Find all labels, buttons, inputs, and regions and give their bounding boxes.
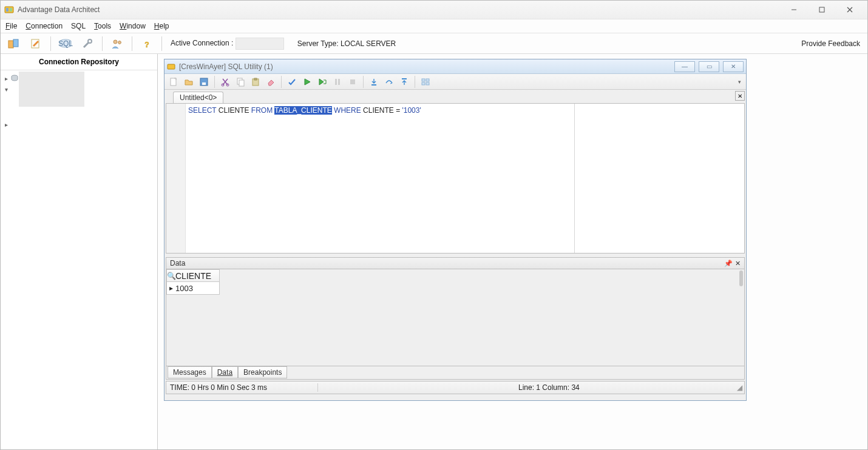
svg-rect-2: [10, 8, 12, 12]
toolbar-users-icon[interactable]: [107, 35, 127, 52]
active-connection-value[interactable]: [236, 38, 284, 50]
svg-rect-1: [6, 8, 8, 12]
database-icon: [10, 74, 19, 82]
svg-point-14: [118, 41, 121, 44]
stop-icon[interactable]: [346, 75, 359, 89]
options-icon[interactable]: [419, 75, 432, 89]
server-type-label: Server Type: LOCAL SERVER: [297, 39, 396, 48]
svg-rect-26: [254, 78, 257, 80]
row-pointer-icon: ▸: [167, 284, 175, 292]
toolbar-edit-icon[interactable]: [26, 35, 46, 52]
svg-rect-31: [402, 78, 407, 79]
result-row[interactable]: ▸ 1003: [167, 282, 219, 294]
step-out-icon[interactable]: [398, 75, 411, 89]
child-minimize-button[interactable]: —: [674, 61, 695, 72]
editor-tab-untitled[interactable]: Untitled<0>: [173, 92, 223, 103]
editor-tab-strip: Untitled<0> ✕: [164, 90, 746, 103]
menu-window[interactable]: Window: [120, 22, 146, 30]
search-icon[interactable]: 🔍: [167, 272, 175, 280]
svg-rect-27: [335, 79, 337, 85]
open-file-icon[interactable]: [182, 75, 195, 89]
menubar: File Connection SQL Tools Window Help: [1, 19, 867, 33]
maximize-button[interactable]: [808, 1, 836, 19]
app-title: Advantage Data Architect: [18, 5, 100, 14]
data-panel-title: Data: [170, 259, 185, 267]
save-icon[interactable]: [197, 75, 211, 89]
tab-breakpoints[interactable]: Breakpoints: [238, 366, 287, 378]
tab-close-button[interactable]: ✕: [735, 91, 745, 101]
erase-icon[interactable]: [264, 75, 277, 89]
resize-grip-icon[interactable]: ◢: [734, 383, 744, 392]
svg-rect-32: [422, 79, 425, 81]
run-step-icon[interactable]: [316, 75, 329, 89]
svg-rect-20: [202, 82, 206, 85]
tree-selection-area[interactable]: [19, 72, 84, 107]
connection-tree: ▸ ADTDemoData ▾ ▸: [1, 70, 157, 132]
sql-utility-window: [CresWinAyer] SQL Utility (1) — ▭ ✕: [164, 59, 747, 401]
toolbar-sql-icon[interactable]: SQL: [56, 35, 75, 52]
result-column-header[interactable]: 🔍 CLIENTE: [167, 270, 219, 282]
new-file-icon[interactable]: [167, 75, 180, 89]
selected-text: TABLA_CLIENTE: [274, 106, 331, 115]
toolbar-overflow-icon[interactable]: ▾: [738, 79, 744, 85]
editor-margin-line: [574, 104, 575, 253]
svg-rect-30: [371, 84, 376, 86]
svg-point-13: [114, 40, 117, 44]
check-syntax-icon[interactable]: [285, 75, 299, 89]
svg-rect-17: [168, 64, 175, 69]
data-scrollbar[interactable]: [739, 270, 743, 286]
svg-rect-4: [819, 7, 824, 12]
pin-icon[interactable]: 📌: [724, 260, 733, 267]
tab-data[interactable]: Data: [212, 366, 238, 378]
child-titlebar: [CresWinAyer] SQL Utility (1) — ▭ ✕: [164, 59, 746, 74]
svg-rect-35: [426, 82, 429, 85]
result-grid[interactable]: 🔍 CLIENTE ▸ 1003: [166, 269, 220, 295]
svg-point-12: [88, 39, 92, 43]
svg-text:?: ?: [144, 41, 149, 49]
bottom-tab-strip: Messages Data Breakpoints: [166, 366, 745, 380]
paste-icon[interactable]: [249, 75, 262, 89]
sql-editor[interactable]: SELECT CLIENTE FROM TABLA_CLIENTE WHERE …: [166, 103, 745, 254]
menu-connection[interactable]: Connection: [25, 22, 63, 30]
chevron-down-icon[interactable]: ▾: [3, 86, 9, 93]
menu-tools[interactable]: Tools: [94, 22, 111, 30]
step-over-icon[interactable]: [382, 75, 396, 89]
copy-icon[interactable]: [234, 75, 247, 89]
svg-rect-33: [426, 79, 429, 81]
data-panel-header: Data 📌 ✕: [166, 257, 745, 269]
tab-messages[interactable]: Messages: [168, 366, 212, 378]
chevron-right-icon[interactable]: ▸: [3, 121, 9, 128]
data-panel: 🔍 CLIENTE ▸ 1003: [166, 269, 745, 366]
minimize-button[interactable]: [780, 1, 808, 19]
run-icon[interactable]: [300, 75, 314, 89]
provide-feedback-link[interactable]: Provide Feedback: [801, 39, 860, 48]
svg-rect-18: [171, 78, 176, 86]
sql-toolbar: ▾: [164, 74, 746, 90]
panel-close-icon[interactable]: ✕: [735, 260, 741, 267]
toolbar-help-icon[interactable]: ?: [137, 35, 157, 52]
menu-help[interactable]: Help: [154, 22, 169, 30]
menu-sql[interactable]: SQL: [71, 22, 86, 30]
tree-item-collapsed-2[interactable]: ▸: [2, 119, 156, 130]
child-maximize-button[interactable]: ▭: [699, 61, 719, 72]
app-window: Advantage Data Architect File Connection…: [0, 0, 868, 450]
close-button[interactable]: [836, 1, 864, 19]
body: Connection Repository ▸ ADTDemoData ▾ ▸: [1, 54, 867, 449]
child-title-text: [CresWinAyer] SQL Utility (1): [179, 62, 273, 71]
sidebar-title: Connection Repository: [1, 54, 157, 70]
chevron-right-icon[interactable]: ▸: [3, 75, 9, 82]
tree-item-collapsed-1[interactable]: ▾: [2, 84, 156, 95]
toolbar-tools-icon[interactable]: [78, 35, 97, 52]
editor-code[interactable]: SELECT CLIENTE FROM TABLA_CLIENTE WHERE …: [186, 104, 744, 253]
svg-rect-24: [239, 80, 244, 86]
svg-rect-29: [350, 79, 355, 84]
editor-gutter: [166, 104, 186, 253]
cut-icon[interactable]: [219, 75, 232, 89]
menu-file[interactable]: File: [5, 22, 17, 30]
app-icon: [4, 5, 14, 15]
pause-icon[interactable]: [331, 75, 344, 89]
toolbar-new-connection-icon[interactable]: [4, 35, 24, 52]
child-close-button[interactable]: ✕: [723, 61, 744, 72]
step-into-icon[interactable]: [367, 75, 381, 89]
child-statusbar: TIME: 0 Hrs 0 Min 0 Sec 3 ms Line: 1 Col…: [166, 381, 745, 394]
